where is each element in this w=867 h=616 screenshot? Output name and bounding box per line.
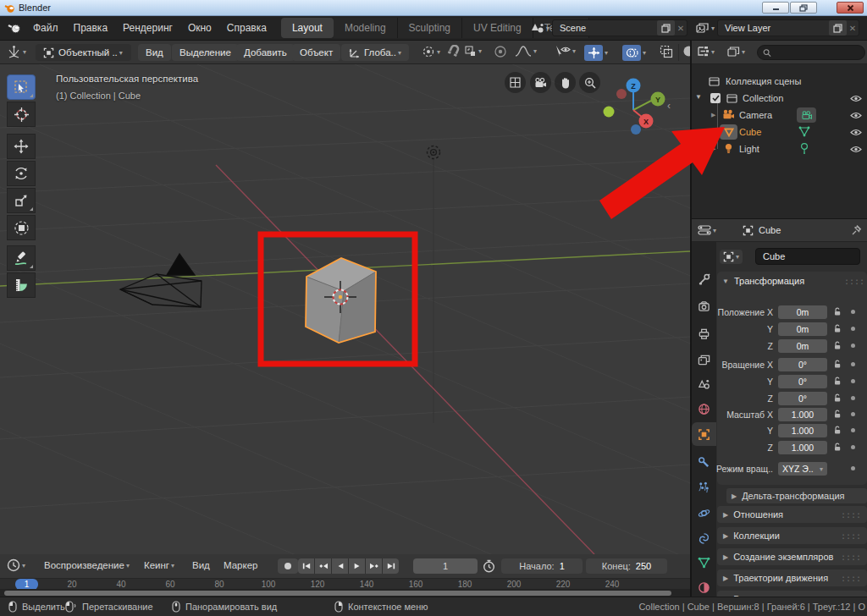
disclosure-triangle[interactable]: ▶ [711,146,715,152]
panel-visibility[interactable]: ▶Видимость:::: [717,591,867,597]
drag-dots[interactable]: :::: [841,553,861,562]
menu-render[interactable]: Рендеринг [115,19,180,37]
position-x-field[interactable]: 0m [778,305,827,319]
menu-select[interactable]: Выделение [172,44,239,61]
eye-icon[interactable] [850,146,862,153]
subpanel-delta-transform[interactable]: ▶ Дельта-трансформация [726,488,867,503]
tab-tool[interactable] [692,268,716,290]
scale-x-field[interactable]: 1.000 [778,408,827,421]
menu-window[interactable]: Окно [180,19,219,37]
lock-open-icon[interactable] [833,410,842,419]
scene-name-field[interactable]: Scene ✕ [552,19,688,36]
animate-dot[interactable] [851,362,855,366]
outliner-row-collection[interactable]: ▼ Collection [692,90,867,107]
falloff-dropdown[interactable]: ▾ [515,45,537,58]
tool-scale[interactable] [7,188,36,213]
zoom-view-button[interactable] [579,72,600,93]
record-button[interactable] [278,558,298,574]
next-keyframe-button[interactable] [366,558,382,574]
animate-dot[interactable] [851,428,855,432]
outliner-search[interactable] [757,45,865,60]
lock-open-icon[interactable] [833,307,842,316]
search-input[interactable] [775,48,859,58]
lock-open-icon[interactable] [833,324,842,333]
lock-open-icon[interactable] [833,377,842,386]
tool-measure[interactable] [7,272,36,298]
editor-type-button[interactable]: ▾ [7,45,26,59]
tool-rotate[interactable] [7,161,36,186]
mode-selector[interactable]: Объектный .. ▾ [36,44,131,61]
jump-to-start-button[interactable] [298,558,314,574]
disclosure-triangle[interactable]: ▶ [711,129,715,135]
gizmo-neg-x-handle[interactable] [616,89,627,99]
copy-icon[interactable] [829,20,847,36]
menu-view[interactable]: Вид [138,44,171,61]
rotation-mode-dropdown[interactable]: XYZ Э..▾ [778,462,827,476]
outliner-row-camera[interactable]: ▶ Camera [692,107,867,124]
minimize-button[interactable] [762,2,789,14]
object-name-input[interactable] [755,248,860,265]
camera-data-badge[interactable] [797,107,816,123]
panel-relations[interactable]: ▶Отношения:::: [717,506,867,523]
sidebar-collapse-chevron[interactable]: ‹ [667,100,671,112]
timeline-scrollbar[interactable] [4,591,671,596]
unlink-icon[interactable]: ✕ [675,24,687,33]
xray-toggle[interactable] [660,45,673,58]
gizmos-toggle[interactable]: ▾ [584,45,608,61]
copy-icon[interactable] [657,20,675,36]
properties-editor-type-button[interactable]: ▾ [698,224,716,236]
tool-cursor[interactable] [7,102,36,127]
rotation-y-field[interactable]: 0° [778,375,827,388]
tool-select-box[interactable] [7,74,36,100]
toggle-orthographic-button[interactable] [505,72,526,93]
animate-dot[interactable] [851,344,855,348]
pan-view-button[interactable] [555,72,576,93]
scene-icon[interactable] [531,22,544,34]
menu-edit[interactable]: Правка [66,19,116,37]
lock-open-icon[interactable] [833,443,842,452]
outliner-display-mode-button[interactable]: ▾ [727,46,745,58]
remove-icon[interactable]: ✕ [847,24,859,33]
tab-uv-editing[interactable]: UV Editing [462,18,533,38]
tab-object-data[interactable] [692,552,716,574]
jump-to-end-button[interactable] [383,558,399,574]
viewport-3d[interactable]: Z Y X Пользовательская перспектива (1) C… [0,64,690,554]
overlays-toggle[interactable]: ▾ [622,45,646,61]
outliner-row-scene-collection[interactable]: Коллекция сцены [692,73,867,90]
rotation-x-field[interactable]: 0° [778,358,827,371]
snap-target-dropdown[interactable]: ▾ [464,45,482,58]
panel-motion-paths[interactable]: ▶Траектории движения:::: [717,569,867,586]
tab-layout[interactable]: Layout [281,18,334,38]
tab-constraints[interactable] [692,527,716,549]
stopwatch-icon[interactable] [483,559,495,573]
menu-add[interactable]: Добавить [236,44,295,61]
drag-dots[interactable]: :::: [844,277,864,286]
eye-icon[interactable] [850,112,862,119]
view-layer-field[interactable]: View Layer ✕ [717,19,859,36]
timeline-editor-type-button[interactable]: ▾ [7,558,25,572]
view-layer-icon[interactable] [696,22,710,34]
play-reverse-button[interactable] [332,558,348,574]
tab-material[interactable] [692,576,716,597]
frame-start-field[interactable]: Начало:1 [501,558,583,574]
animate-dot[interactable] [851,445,855,449]
menu-object[interactable]: Объект [292,44,340,61]
drag-dots[interactable]: :::: [841,574,861,583]
tab-particles[interactable] [692,476,716,498]
position-y-field[interactable]: 0m [778,322,827,336]
camera-object[interactable] [120,254,202,307]
current-frame-field[interactable]: 1 [413,558,478,574]
drag-dots[interactable]: :::: [841,531,861,541]
snap-magnet-icon[interactable] [447,45,460,58]
frame-end-field[interactable]: Конец:250 [586,558,667,574]
tab-sculpting[interactable]: Sculpting [398,18,462,38]
lock-open-icon[interactable] [833,360,842,369]
menu-marker[interactable]: Маркер [224,560,257,570]
gizmo-neg-z-handle[interactable] [631,124,641,135]
menu-view[interactable]: Вид [192,560,210,570]
tool-annotate[interactable] [7,245,36,271]
menu-keying[interactable]: Кеинг▾ [144,560,174,570]
tool-transform[interactable] [7,215,36,240]
proportional-editing-icon[interactable] [494,45,507,58]
chevron-down-icon[interactable]: ▾ [711,25,715,32]
